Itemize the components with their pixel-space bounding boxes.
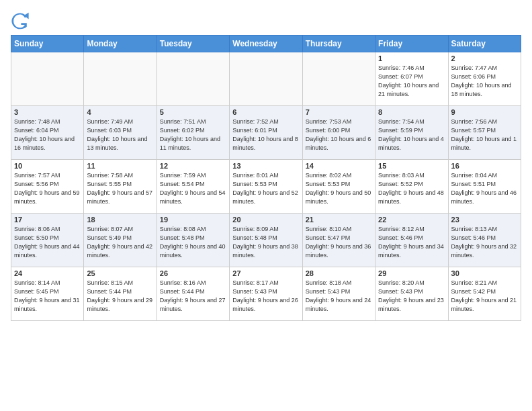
day-info: Sunrise: 8:12 AM Sunset: 5:46 PM Dayligh… (378, 225, 445, 260)
calendar-cell (11, 52, 84, 106)
calendar-cell: 24Sunrise: 8:14 AM Sunset: 5:45 PM Dayli… (11, 267, 84, 321)
day-number: 28 (306, 269, 372, 277)
day-number: 16 (451, 162, 518, 170)
day-number: 3 (14, 108, 81, 116)
day-info: Sunrise: 8:16 AM Sunset: 5:44 PM Dayligh… (160, 279, 226, 314)
day-number: 25 (87, 269, 153, 277)
column-header-thursday: Thursday (302, 36, 375, 52)
day-info: Sunrise: 7:59 AM Sunset: 5:54 PM Dayligh… (160, 171, 226, 206)
calendar-body: 1Sunrise: 7:46 AM Sunset: 6:07 PM Daylig… (11, 52, 521, 321)
calendar-cell: 19Sunrise: 8:08 AM Sunset: 5:48 PM Dayli… (157, 214, 229, 267)
day-info: Sunrise: 7:48 AM Sunset: 6:04 PM Dayligh… (14, 118, 81, 152)
day-number: 29 (378, 269, 445, 277)
calendar-cell: 30Sunrise: 8:21 AM Sunset: 5:42 PM Dayli… (448, 267, 521, 321)
calendar-cell: 5Sunrise: 7:51 AM Sunset: 6:02 PM Daylig… (157, 106, 229, 160)
day-info: Sunrise: 8:15 AM Sunset: 5:44 PM Dayligh… (87, 279, 153, 314)
calendar-cell: 16Sunrise: 8:04 AM Sunset: 5:51 PM Dayli… (448, 160, 521, 214)
logo-icon (11, 11, 30, 30)
day-info: Sunrise: 7:53 AM Sunset: 6:00 PM Dayligh… (306, 118, 372, 152)
day-info: Sunrise: 8:13 AM Sunset: 5:46 PM Dayligh… (451, 225, 518, 260)
calendar-cell: 9Sunrise: 7:56 AM Sunset: 5:57 PM Daylig… (448, 106, 521, 160)
column-header-wednesday: Wednesday (230, 36, 302, 52)
day-info: Sunrise: 8:08 AM Sunset: 5:48 PM Dayligh… (160, 225, 226, 260)
day-number: 2 (451, 54, 518, 62)
calendar-cell: 15Sunrise: 8:03 AM Sunset: 5:52 PM Dayli… (375, 160, 448, 214)
column-header-sunday: Sunday (11, 36, 84, 52)
page-header (11, 11, 521, 30)
day-header-row: SundayMondayTuesdayWednesdayThursdayFrid… (11, 36, 521, 52)
calendar-table: SundayMondayTuesdayWednesdayThursdayFrid… (11, 35, 521, 321)
day-number: 18 (87, 216, 153, 224)
day-number: 7 (306, 108, 372, 116)
day-info: Sunrise: 8:01 AM Sunset: 5:53 PM Dayligh… (232, 171, 299, 206)
day-info: Sunrise: 7:52 AM Sunset: 6:01 PM Dayligh… (232, 118, 299, 152)
day-number: 13 (232, 162, 299, 170)
calendar-cell: 7Sunrise: 7:53 AM Sunset: 6:00 PM Daylig… (302, 106, 375, 160)
day-info: Sunrise: 8:03 AM Sunset: 5:52 PM Dayligh… (378, 171, 445, 206)
day-number: 23 (451, 216, 518, 224)
calendar-cell: 18Sunrise: 8:07 AM Sunset: 5:49 PM Dayli… (84, 214, 157, 267)
calendar-cell: 12Sunrise: 7:59 AM Sunset: 5:54 PM Dayli… (157, 160, 229, 214)
calendar-cell: 28Sunrise: 8:18 AM Sunset: 5:43 PM Dayli… (302, 267, 375, 321)
calendar-cell: 2Sunrise: 7:47 AM Sunset: 6:06 PM Daylig… (448, 52, 521, 106)
day-info: Sunrise: 8:06 AM Sunset: 5:50 PM Dayligh… (14, 225, 81, 260)
calendar-week-4: 17Sunrise: 8:06 AM Sunset: 5:50 PM Dayli… (11, 214, 521, 267)
day-number: 6 (232, 108, 299, 116)
day-info: Sunrise: 8:09 AM Sunset: 5:48 PM Dayligh… (232, 225, 299, 260)
day-info: Sunrise: 8:18 AM Sunset: 5:43 PM Dayligh… (306, 279, 372, 314)
day-number: 27 (232, 269, 299, 277)
column-header-monday: Monday (84, 36, 157, 52)
calendar-cell: 6Sunrise: 7:52 AM Sunset: 6:01 PM Daylig… (230, 106, 302, 160)
calendar-cell: 1Sunrise: 7:46 AM Sunset: 6:07 PM Daylig… (375, 52, 448, 106)
day-number: 17 (14, 216, 81, 224)
day-number: 24 (14, 269, 81, 277)
calendar-cell: 21Sunrise: 8:10 AM Sunset: 5:47 PM Dayli… (302, 214, 375, 267)
day-info: Sunrise: 7:58 AM Sunset: 5:55 PM Dayligh… (87, 171, 153, 206)
calendar-week-3: 10Sunrise: 7:57 AM Sunset: 5:56 PM Dayli… (11, 160, 521, 214)
calendar-cell: 4Sunrise: 7:49 AM Sunset: 6:03 PM Daylig… (84, 106, 157, 160)
day-info: Sunrise: 7:47 AM Sunset: 6:06 PM Dayligh… (451, 64, 518, 99)
column-header-saturday: Saturday (448, 36, 521, 52)
day-number: 21 (306, 216, 372, 224)
calendar-cell: 3Sunrise: 7:48 AM Sunset: 6:04 PM Daylig… (11, 106, 84, 160)
day-info: Sunrise: 7:49 AM Sunset: 6:03 PM Dayligh… (87, 118, 153, 152)
calendar-week-2: 3Sunrise: 7:48 AM Sunset: 6:04 PM Daylig… (11, 106, 521, 160)
calendar-cell (157, 52, 229, 106)
calendar-cell (230, 52, 302, 106)
calendar-cell: 14Sunrise: 8:02 AM Sunset: 5:53 PM Dayli… (302, 160, 375, 214)
column-header-tuesday: Tuesday (157, 36, 229, 52)
logo (11, 11, 32, 30)
day-info: Sunrise: 8:02 AM Sunset: 5:53 PM Dayligh… (306, 171, 372, 206)
day-number: 1 (378, 54, 445, 62)
day-info: Sunrise: 7:51 AM Sunset: 6:02 PM Dayligh… (160, 118, 226, 152)
day-info: Sunrise: 7:46 AM Sunset: 6:07 PM Dayligh… (378, 64, 445, 99)
day-number: 22 (378, 216, 445, 224)
calendar-cell: 22Sunrise: 8:12 AM Sunset: 5:46 PM Dayli… (375, 214, 448, 267)
day-number: 30 (451, 269, 518, 277)
calendar-cell: 27Sunrise: 8:17 AM Sunset: 5:43 PM Dayli… (230, 267, 302, 321)
day-number: 5 (160, 108, 226, 116)
calendar-week-1: 1Sunrise: 7:46 AM Sunset: 6:07 PM Daylig… (11, 52, 521, 106)
calendar-week-5: 24Sunrise: 8:14 AM Sunset: 5:45 PM Dayli… (11, 267, 521, 321)
day-number: 15 (378, 162, 445, 170)
day-info: Sunrise: 8:10 AM Sunset: 5:47 PM Dayligh… (306, 225, 372, 260)
calendar-cell: 17Sunrise: 8:06 AM Sunset: 5:50 PM Dayli… (11, 214, 84, 267)
day-number: 12 (160, 162, 226, 170)
day-info: Sunrise: 8:20 AM Sunset: 5:43 PM Dayligh… (378, 279, 445, 314)
calendar-cell: 13Sunrise: 8:01 AM Sunset: 5:53 PM Dayli… (230, 160, 302, 214)
calendar-cell (84, 52, 157, 106)
day-number: 19 (160, 216, 226, 224)
day-info: Sunrise: 7:57 AM Sunset: 5:56 PM Dayligh… (14, 171, 81, 206)
column-header-friday: Friday (375, 36, 448, 52)
day-number: 20 (232, 216, 299, 224)
calendar-cell: 26Sunrise: 8:16 AM Sunset: 5:44 PM Dayli… (157, 267, 229, 321)
calendar-cell (302, 52, 375, 106)
calendar-header: SundayMondayTuesdayWednesdayThursdayFrid… (11, 36, 521, 52)
day-number: 14 (306, 162, 372, 170)
day-number: 8 (378, 108, 445, 116)
day-info: Sunrise: 8:21 AM Sunset: 5:42 PM Dayligh… (451, 279, 518, 314)
calendar-cell: 23Sunrise: 8:13 AM Sunset: 5:46 PM Dayli… (448, 214, 521, 267)
calendar-cell: 8Sunrise: 7:54 AM Sunset: 5:59 PM Daylig… (375, 106, 448, 160)
day-info: Sunrise: 7:56 AM Sunset: 5:57 PM Dayligh… (451, 118, 518, 152)
calendar-cell: 10Sunrise: 7:57 AM Sunset: 5:56 PM Dayli… (11, 160, 84, 214)
